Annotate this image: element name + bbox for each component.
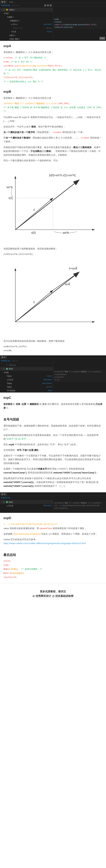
ae-screenshot-3: 章 01 0:00:01:21 ○1[椭圆] ▸ Ö 位置960.0,540.0…: [0, 492, 106, 513]
expression-editor[interactable]: k=18; v=value; s=Math.sin(time/thisComp.…: [53, 18, 106, 29]
naming-p3: 而在 expB 中可看到这样的名词：这些名词以 "引号"、单引{ "名字" }名…: [3, 443, 103, 446]
section-title-expc: expC: [3, 395, 103, 401]
naming-p4: 名词有两种：对号.子项和位置.属性；: [3, 448, 103, 452]
section-title-expd: expD: [3, 516, 103, 521]
layer-row[interactable]: ○1 ★ 椭圆 1: [0, 8, 53, 12]
ae-screenshot-2: 章 01 0:00:01:21 00045 (24. #图层名称 ○1 [椭圆]…: [0, 355, 106, 393]
layer-row[interactable]: ○1 [椭圆]: [0, 367, 53, 371]
section-title-expb: expB: [3, 89, 103, 94]
section-title-summary: 最后总结: [3, 552, 103, 558]
expb-p2: 当一个属性的值只有一个数字时（譬如透明度），v=value; 得到的就只是一个值…: [3, 130, 103, 134]
shy-icon[interactable]: [44, 4, 46, 6]
expc-p1: 形状图层 1- 变换 -位置 与 椭圆路径 的 大小 的主要区别，是原来的变化系…: [3, 402, 103, 410]
naming-p2: 但是有些图层就有些属性的名字是重复的或者的，给出一个非常好用的查找方便——也就是…: [3, 433, 103, 441]
prop-position[interactable]: Ö 位置 0.0,0.0: [0, 30, 53, 33]
expb-intro: 形状图层 1- 椭圆路径 2- 大小 的表达式的含义是：: [3, 96, 103, 100]
svg-text:[v[0]+sin*k,v[1]+sin*k]: [v[0]+sin*k,v[1]+sin*k]: [49, 174, 76, 177]
svg-text:v̅: v̅: [33, 209, 35, 212]
expb-p4: 在相加过程中可能涉及到的问题主要是：集合中的元素也可能是集合（数位还是数组相加，…: [3, 146, 103, 157]
prop-ellipse-path[interactable]: ▼ 椭圆路径 1: [0, 19, 53, 23]
lock-icon[interactable]: [50, 4, 52, 6]
svg-text:v[1]: v[1]: [8, 196, 13, 199]
expression-editor[interactable]: d=content("椭圆 1").content("椭圆路径 1").size…: [53, 501, 106, 510]
tooltip: length: [99, 37, 105, 40]
vector-diagram-2: v̅+sinK̅ v̅ sinK̅: [0, 259, 106, 336]
prop-transform-shape[interactable]: ▸ 变换: 椭圆 1: [0, 37, 53, 41]
svg-text:sin*k: sin*k: [63, 231, 69, 234]
expb-p1a: 可以看到 expA 和 expB 中,有两种不同的加法写法，一种是在中括号 [……: [3, 116, 103, 123]
expb-p5: 所以一个数位要都分成多者加到一个值的的时候，可以：: [3, 159, 103, 162]
svg-text:v̅+sinK̅: v̅+sinK̅: [69, 267, 78, 270]
naming-p7: 那如果优设学分学的,里面修十成员共有 n 个教程,那么表达式里面,学号为1,那么…: [3, 476, 103, 488]
diag1-code: [v[0]+sin*k,v[1]+sin*k];: [3, 252, 103, 256]
expr-row: 表达式: 大小= ▧ ◉ ▸: [0, 26, 53, 30]
prop-size[interactable]: ▸ Ö 大小 100.0,100.0: [0, 23, 53, 26]
naming-p6: 在调用一个对象的时候,可以直接用对象名字调用,譬如 ("UISDC"), 否则容…: [3, 467, 103, 475]
diag2-caption: 也可以把需要加的值先组成结构一致的数组，再两个数组相加: [3, 339, 103, 343]
solo-icon[interactable]: [47, 4, 49, 6]
page-footer: 更多优质教程，请关注 @ 优秀网页设计 @ 优设基础训练营: [0, 584, 106, 601]
svg-line-16: [15, 272, 79, 322]
svg-line-17: [53, 272, 79, 290]
prop-contents[interactable]: ▼ 内容: [0, 12, 53, 15]
svg-text:sin*k: sin*k: [6, 186, 12, 189]
expression-editor[interactable]: d=content("椭圆 1").content("椭圆路径 1").size…: [53, 370, 106, 382]
current-time[interactable]: 0:00:01:21: [1, 359, 10, 363]
expd-p1: value 用来跟当前的某属性的值，而 valueAtTime 则用来获取某个时…: [3, 527, 103, 530]
svg-line-3: [15, 180, 79, 230]
expd-p2: 这里参数 (time+thisComp.duration/2) 代表从 1/2 …: [3, 532, 103, 536]
expb-p1b: 在表达式中，中括号 [] 表示 数组，相当于数字中集合的概念；: [3, 125, 103, 129]
svg-text:v̅: v̅: [33, 170, 35, 171]
fps-hint: 00000 (24.0): [11, 4, 19, 7]
expa-intro: 形状图层 1- 椭圆路径 1- 大小 的表达式的含义是：: [3, 50, 103, 54]
ae-screenshot-1: 章 01 •here 0:00:00:00 00000 (24.0) ○1 ★ …: [0, 0, 106, 41]
diag1-caption: 先指定数组的某个值和数值相加，然后组成新的数组：: [3, 247, 103, 251]
diag2-code2: v+sinK;: [3, 349, 103, 352]
expd-code: [...].valueAtTime(time+thisComp.duration…: [3, 522, 103, 526]
section-title-expa: expA: [3, 43, 103, 49]
vector-diagram-1: [v[0]+sin*k,v[1]+sin*k] v̅ v̅ v[1] sin*k…: [0, 167, 106, 244]
svg-text:v[0]: v[0]: [31, 231, 36, 234]
prop-stroke[interactable]: ▸ 描边 1: [0, 33, 53, 37]
section-title-naming: 名号与层级: [3, 417, 103, 422]
naming-p1: 通常链接图层子项，或者链接两个属性的时候，直接拖动联系器（也就是那个标签）到对应…: [3, 424, 103, 432]
expd-p3: Adobe 官方的表达式写法可参考：https://helpx.adobe.co…: [3, 538, 103, 545]
prop-ellipse[interactable]: ▼ 椭圆 1: [0, 15, 53, 19]
diag2-code1: sinK=[sin*k,sin*k];: [3, 345, 103, 348]
current-time[interactable]: 0:00:00:00: [1, 4, 10, 7]
naming-p5: 这相当于一个对象的一个位置的是个子对象，可以这样的子子对象属内成员，但能不对象可…: [3, 454, 103, 465]
svg-text:sinK̅: sinK̅: [65, 283, 70, 286]
expb-p3: 而当一个属性有多个数值时（譬如输出成由位置的 x 和 y, 大小的宽高……），v…: [3, 136, 103, 144]
svg-text:v̅: v̅: [33, 301, 35, 304]
layer-color: [6, 9, 8, 10]
